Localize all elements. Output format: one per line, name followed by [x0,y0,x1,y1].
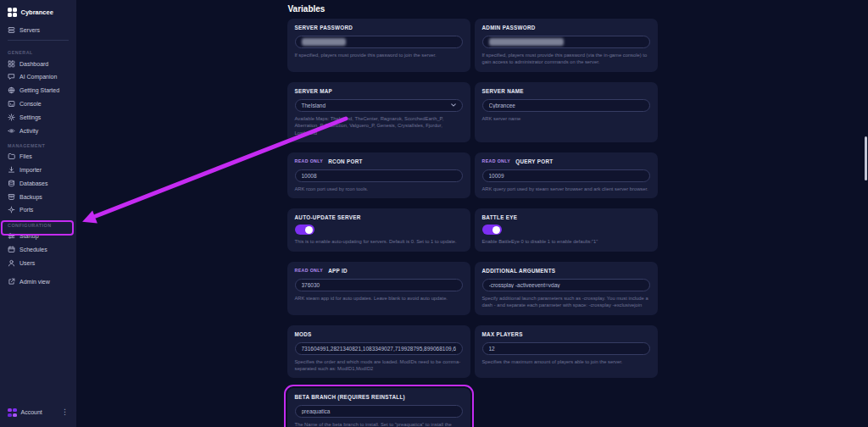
brand[interactable]: Cybrancee [0,0,76,24]
field-label: BETA BRANCH (REQUIRES REINSTALL) [295,394,406,400]
toggle-knob [305,226,313,234]
card-server-password: SERVER PASSWORD If specified, players mu… [287,19,470,72]
sidebar-item-label: Databases [19,180,47,186]
field-help: ARK steam app id for auto updates. Leave… [295,295,463,302]
max-players-input[interactable] [482,342,650,355]
sidebar-item-users[interactable]: Users [0,256,76,269]
folder-icon [8,152,15,160]
sidebar-divider [8,40,69,41]
field-label: BATTLE EYE [482,214,518,220]
field-label: SERVER MAP [295,88,333,94]
field-help: Enable BattleEye 0 to disable 1 to enabl… [482,238,650,245]
sidebar-item-servers[interactable]: Servers [0,24,76,37]
sidebar-item-label: Schedules [19,247,47,252]
sidebar-item-getting-started[interactable]: Getting Started [0,84,76,97]
sidebar-item-label: Backups [19,194,42,200]
rcon-port-input[interactable] [295,169,463,182]
account-label: Account [21,409,42,415]
field-label: MODS [295,331,312,337]
sidebar-item-label: Getting Started [19,87,59,93]
section-header-general: GENERAL [0,44,76,57]
server-name-input[interactable] [482,99,650,112]
field-label: RCON PORT [328,158,362,164]
auto-update-toggle[interactable] [295,225,314,235]
selected-option: TheIsland [302,103,326,108]
account-row[interactable]: Account ⋮ [0,403,76,424]
main-content: Variables SERVER PASSWORD If specified, … [76,0,868,427]
database-icon [8,180,15,187]
server-password-input[interactable] [295,36,463,48]
server-map-select[interactable]: TheIsland [295,99,463,112]
sidebar-item-backups[interactable]: Backups [0,190,76,203]
field-help: ARK query port used by steam server brow… [482,186,650,192]
sidebar-item-settings[interactable]: Settings [0,110,76,124]
sidebar-item-console[interactable]: Console [0,97,76,111]
field-help: If specified, players must provide this … [295,52,463,58]
card-app-id: READ ONLY APP ID ARK steam app id for au… [287,262,470,315]
sidebar-item-activity[interactable]: Activity [0,124,76,137]
sidebar-item-dashboard[interactable]: Dashboard [0,57,76,70]
sidebar-item-importer[interactable]: Importer [0,164,76,177]
servers-icon [8,26,15,34]
sidebar-item-schedules[interactable]: Schedules [0,243,76,257]
battle-eye-toggle[interactable] [482,225,502,235]
sidebar-item-label: Users [19,260,35,266]
ports-icon [8,206,15,214]
field-help: Specifies the order and which mods are l… [295,358,463,373]
field-label: APP ID [328,268,348,274]
sidebar: Cybrancee Servers GENERAL Dashboard AI C… [0,0,76,427]
sidebar-item-label: Importer [19,167,42,173]
redacted-value [489,38,564,46]
account-avatar-icon [8,408,17,418]
field-label: ADDITIONAL ARGUMENTS [482,268,556,274]
kebab-menu-icon[interactable]: ⋮ [61,408,69,416]
field-label: ADMIN PASSWORD [482,25,536,30]
sidebar-item-label: Console [19,101,42,107]
read-only-badge: READ ONLY [295,158,324,164]
card-beta-branch: BETA BRANCH (REQUIRES REINSTALL) The Nam… [287,388,470,427]
sidebar-item-label: Activity [19,128,38,134]
sidebar-item-label: Servers [19,27,40,33]
field-help: Available Maps: TheIsland, TheCenter, Ra… [295,115,463,136]
beta-branch-input[interactable] [295,405,463,418]
brand-name: Cybrancee [21,8,53,16]
field-help: ARK rcon port used by rcon tools. [295,186,463,192]
card-server-name: SERVER NAME ARK server name [475,82,658,142]
dashboard-icon [8,60,15,68]
chevron-down-icon [451,103,456,107]
download-icon [8,166,15,174]
query-port-input[interactable] [482,169,650,182]
sidebar-item-label: Ports [19,207,33,213]
user-icon [8,259,15,267]
gear-icon [8,114,15,121]
card-mods: MODS Specifies the order and which mods … [287,325,470,379]
field-label: AUTO-UPDATE SERVER [295,214,361,220]
page-title: Variables [288,4,658,14]
sidebar-item-files[interactable]: Files [0,150,76,164]
sidebar-item-startup[interactable]: Startup [0,230,76,243]
additional-arguments-input[interactable] [482,279,650,291]
field-help: Specifies the maximum amount of players … [482,358,650,365]
sidebar-item-ai-companion[interactable]: AI Companion [0,70,76,84]
card-battle-eye: BATTLE EYE Enable BattleEye 0 to disable… [475,208,658,251]
sidebar-item-label: Startup [19,233,39,239]
field-help: The Name of the beta branch to install. … [295,421,463,427]
admin-password-input[interactable] [482,36,650,48]
app-id-input[interactable] [295,279,463,291]
terminal-icon [8,100,15,108]
sidebar-item-ports[interactable]: Ports [0,203,76,217]
card-rcon-port: READ ONLY RCON PORT ARK rcon port used b… [287,152,470,198]
sidebar-item-databases[interactable]: Databases [0,177,76,191]
card-auto-update-server: AUTO-UPDATE SERVER This is to enable aut… [287,208,470,251]
sidebar-item-label: Files [19,153,32,159]
variables-grid: SERVER PASSWORD If specified, players mu… [287,19,658,427]
chat-bubble-icon [8,73,15,80]
sidebar-item-admin-view[interactable]: Admin view [0,274,76,288]
mods-input[interactable] [295,342,463,355]
field-help: This is to enable auto-updating for serv… [295,238,463,245]
sidebar-item-label: Settings [19,114,41,120]
field-label: MAX PLAYERS [482,331,523,337]
field-help: Specify additional launch parameters suc… [482,295,650,309]
sidebar-item-label: AI Companion [19,74,57,80]
scrollbar-thumb[interactable] [865,136,867,180]
